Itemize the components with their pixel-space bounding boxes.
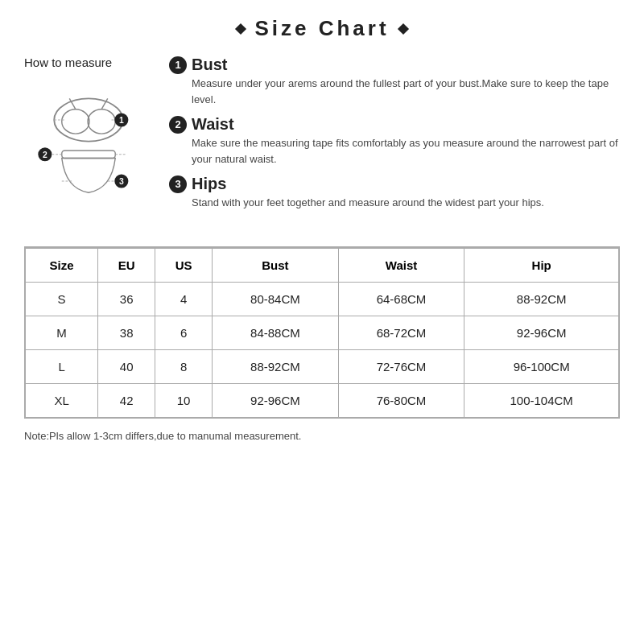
measure-label: How to measure — [24, 56, 112, 69]
svg-text:2: 2 — [43, 151, 47, 159]
measure-item: 1BustMeasure under your arems around the… — [169, 56, 620, 107]
table-col-header: EU — [98, 249, 155, 283]
size-table-container: SizeEUUSBustWaistHip S36480-84CM64-68CM8… — [24, 247, 620, 419]
diamond-left-icon — [235, 23, 246, 34]
body-figure-icon: 1 2 3 — [28, 74, 149, 227]
table-cell: 96-100CM — [464, 350, 619, 384]
page: Size Chart How to measure — [0, 0, 644, 644]
table-col-header: Waist — [338, 249, 464, 283]
measure-item-desc: Stand with your feet together and measur… — [169, 195, 620, 211]
table-cell: 8 — [155, 350, 213, 384]
table-row: M38684-88CM68-72CM92-96CM — [26, 316, 619, 350]
table-cell: XL — [26, 384, 98, 418]
measure-item-name: Bust — [192, 56, 227, 74]
measure-item-name: Waist — [192, 115, 234, 134]
measure-num-badge: 1 — [169, 56, 187, 74]
measure-item-title: 1Bust — [169, 56, 620, 74]
table-cell: 76-80CM — [338, 384, 464, 418]
measure-item-title: 2Waist — [169, 115, 620, 134]
table-cell: 6 — [155, 316, 213, 350]
table-cell: 64-68CM — [338, 283, 464, 316]
diamond-right-icon — [398, 23, 409, 34]
measure-item-title: 3Hips — [169, 175, 620, 193]
svg-text:3: 3 — [119, 177, 124, 186]
table-cell: 84-88CM — [213, 316, 339, 350]
measure-section: How to measure 1 — [24, 56, 620, 227]
table-col-header: US — [155, 249, 213, 283]
table-cell: 10 — [155, 384, 213, 418]
table-body: S36480-84CM64-68CM88-92CMM38684-88CM68-7… — [26, 283, 619, 418]
table-cell: L — [26, 350, 98, 384]
title-row: Size Chart — [24, 16, 620, 41]
table-cell: 68-72CM — [338, 316, 464, 350]
table-col-header: Hip — [464, 249, 619, 283]
measure-num-badge: 2 — [169, 116, 187, 134]
size-table: SizeEUUSBustWaistHip S36480-84CM64-68CM8… — [25, 248, 619, 418]
svg-rect-5 — [62, 151, 116, 159]
page-title: Size Chart — [254, 16, 389, 41]
table-cell: 88-92CM — [213, 350, 339, 384]
table-header-row: SizeEUUSBustWaistHip — [26, 249, 619, 283]
table-cell: 4 — [155, 283, 213, 316]
table-cell: 88-92CM — [464, 283, 619, 316]
table-col-header: Size — [26, 249, 98, 283]
note-text: Note:Pls allow 1-3cm differs,due to manu… — [24, 430, 620, 442]
table-cell: 80-84CM — [213, 283, 339, 316]
measure-item: 2WaistMake sure the measuring tape fits … — [169, 115, 620, 167]
table-cell: 42 — [98, 384, 155, 418]
measure-item: 3HipsStand with your feet together and m… — [169, 175, 620, 211]
table-cell: S — [26, 283, 98, 316]
table-cell: 92-96CM — [464, 316, 619, 350]
measure-item-name: Hips — [192, 175, 226, 193]
table-row: XL421092-96CM76-80CM100-104CM — [26, 384, 619, 418]
table-col-header: Bust — [213, 249, 339, 283]
svg-point-1 — [62, 109, 89, 134]
measure-figure: How to measure 1 — [24, 56, 153, 227]
measure-num-badge: 3 — [169, 175, 187, 193]
table-cell: 100-104CM — [464, 384, 619, 418]
table-header: SizeEUUSBustWaistHip — [26, 249, 619, 283]
table-cell: 40 — [98, 350, 155, 384]
table-row: S36480-84CM64-68CM88-92CM — [26, 283, 619, 316]
table-cell: 92-96CM — [213, 384, 339, 418]
table-cell: 36 — [98, 283, 155, 316]
table-cell: 38 — [98, 316, 155, 350]
table-row: L40888-92CM72-76CM96-100CM — [26, 350, 619, 384]
svg-text:1: 1 — [119, 116, 124, 125]
svg-point-2 — [88, 109, 115, 134]
measure-item-desc: Make sure the measuring tape fits comfor… — [169, 135, 620, 167]
table-cell: M — [26, 316, 98, 350]
measure-item-desc: Measure under your arems around the full… — [169, 76, 620, 107]
measure-descriptions: 1BustMeasure under your arems around the… — [169, 56, 620, 211]
table-cell: 72-76CM — [338, 350, 464, 384]
